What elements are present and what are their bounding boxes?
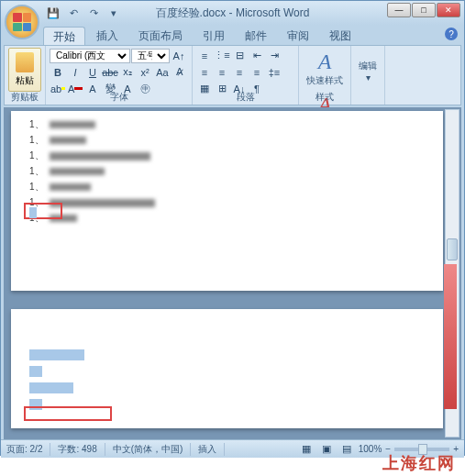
view-fullscreen-icon[interactable]: ▣ bbox=[318, 441, 335, 457]
quick-access-toolbar: 💾 ↶ ↷ ▾ bbox=[45, 5, 122, 21]
tab-insert[interactable]: 插入 bbox=[87, 27, 127, 45]
ribbon: 粘贴 剪贴板 Calibri (西文 五号 A↑ B I U abc x₂ x²… bbox=[4, 45, 461, 105]
ribbon-tabs: 开始 插入 页面布局 引用 邮件 审阅 视图 bbox=[43, 25, 464, 45]
office-button[interactable] bbox=[5, 5, 39, 39]
editing-label[interactable]: 编辑 bbox=[359, 60, 377, 72]
italic-button[interactable]: I bbox=[67, 64, 83, 80]
help-icon[interactable]: ? bbox=[445, 28, 458, 40]
status-words[interactable]: 字数: 498 bbox=[58, 443, 105, 456]
selected-text bbox=[29, 349, 84, 360]
list-item: 1、 bbox=[29, 149, 425, 162]
highlight-annotation-2 bbox=[24, 406, 112, 421]
tab-mail[interactable]: 邮件 bbox=[236, 27, 276, 45]
minimize-button[interactable]: — bbox=[387, 3, 411, 17]
redo-icon[interactable]: ↷ bbox=[85, 5, 102, 21]
group-paragraph: ≡ ⋮≡ ⊟ ⇤ ⇥ ≡ ≡ ≡ ≡ ‡≡ ▦ ⊞ A↓ ¶ 段落 bbox=[193, 46, 299, 105]
undo-icon[interactable]: ↶ bbox=[65, 5, 82, 21]
highlight-annotation-1 bbox=[24, 203, 62, 219]
window-controls: — □ ✕ bbox=[387, 3, 460, 17]
list-item: 1、 bbox=[29, 212, 425, 225]
numbering-button[interactable]: ⋮≡ bbox=[214, 48, 230, 63]
app-window: 💾 ↶ ↷ ▾ 百度经验.docx - Microsoft Word — □ ✕… bbox=[0, 0, 465, 456]
tab-review[interactable]: 审阅 bbox=[278, 27, 318, 45]
list-item: 1、 bbox=[29, 181, 425, 194]
zoom-slider[interactable] bbox=[394, 448, 449, 451]
document-area[interactable]: 1、 1、 1、 1、 1、 1、 1、 bbox=[4, 107, 461, 439]
selected-text bbox=[29, 382, 73, 393]
paragraph-group-label: 段落 bbox=[193, 91, 298, 104]
quick-styles-button[interactable]: A 快速样式 bbox=[306, 50, 343, 87]
indent-inc-button[interactable]: ⇥ bbox=[266, 48, 282, 63]
tab-layout[interactable]: 页面布局 bbox=[129, 27, 192, 45]
selection-mark bbox=[29, 207, 37, 218]
quick-styles-label: 快速样式 bbox=[306, 74, 343, 87]
view-print-layout-icon[interactable]: ▦ bbox=[298, 441, 315, 457]
office-logo-icon bbox=[13, 13, 31, 31]
close-button[interactable]: ✕ bbox=[437, 3, 460, 17]
status-language[interactable]: 中文(简体，中国) bbox=[113, 443, 192, 456]
paste-button[interactable]: 粘贴 bbox=[8, 48, 41, 92]
watermark: 上海红网 bbox=[382, 452, 456, 474]
list-item: 1、 bbox=[29, 134, 425, 147]
clear-format-button[interactable]: A̷ bbox=[172, 64, 188, 80]
bold-button[interactable]: B bbox=[50, 64, 66, 80]
grow-font-icon[interactable]: A↑ bbox=[171, 48, 187, 63]
line-spacing-button[interactable]: ‡≡ bbox=[266, 64, 282, 80]
window-title: 百度经验.docx - Microsoft Word bbox=[156, 6, 310, 21]
view-web-icon[interactable]: ▤ bbox=[338, 441, 355, 457]
tab-view[interactable]: 视图 bbox=[320, 27, 360, 45]
subscript-button[interactable]: x₂ bbox=[119, 64, 136, 80]
align-left-button[interactable]: ≡ bbox=[196, 64, 213, 80]
tab-home[interactable]: 开始 bbox=[43, 27, 85, 45]
paste-label: 粘贴 bbox=[16, 74, 34, 87]
group-editing: 编辑 ▾ bbox=[351, 46, 385, 105]
paste-icon bbox=[16, 52, 34, 72]
align-right-button[interactable]: ≡ bbox=[231, 64, 248, 80]
font-size-select[interactable]: 五号 bbox=[131, 49, 170, 63]
list-item: 1、 bbox=[29, 165, 425, 178]
list-item: 1、 bbox=[29, 196, 425, 209]
scrollbar-thumb[interactable] bbox=[447, 238, 458, 260]
font-group-label: 字体 bbox=[46, 91, 192, 104]
page-1[interactable]: 1、 1、 1、 1、 1、 1、 1、 bbox=[11, 111, 443, 291]
editing-dropdown-icon[interactable]: ▾ bbox=[366, 72, 371, 83]
align-center-button[interactable]: ≡ bbox=[214, 64, 230, 80]
vertical-scrollbar[interactable] bbox=[445, 109, 459, 437]
tab-references[interactable]: 引用 bbox=[194, 27, 234, 45]
page-2[interactable] bbox=[11, 309, 443, 428]
justify-button[interactable]: ≡ bbox=[249, 64, 265, 80]
strike-button[interactable]: abc bbox=[102, 64, 118, 80]
list-item: 1、 bbox=[29, 118, 425, 131]
styles-group-label: 样式 bbox=[299, 91, 350, 104]
zoom-level[interactable]: 100% bbox=[359, 444, 382, 454]
save-icon[interactable]: 💾 bbox=[45, 5, 61, 21]
group-clipboard: 粘贴 剪贴板 bbox=[5, 46, 46, 105]
selected-text bbox=[29, 366, 42, 377]
status-mode[interactable]: 插入 bbox=[198, 443, 225, 456]
bullets-button[interactable]: ≡ bbox=[196, 48, 213, 63]
qat-dropdown-icon[interactable]: ▾ bbox=[105, 5, 122, 21]
indent-dec-button[interactable]: ⇤ bbox=[249, 48, 265, 63]
group-font: Calibri (西文 五号 A↑ B I U abc x₂ x² Aa A̷ … bbox=[46, 46, 193, 105]
titlebar: 💾 ↶ ↷ ▾ 百度经验.docx - Microsoft Word — □ ✕ bbox=[1, 1, 464, 25]
group-styles: A 快速样式 A 更改样式 样式 bbox=[299, 46, 351, 105]
quick-styles-icon: A bbox=[318, 50, 332, 74]
underline-button[interactable]: U bbox=[84, 64, 101, 80]
change-case-button[interactable]: Aa bbox=[154, 64, 171, 80]
multilevel-button[interactable]: ⊟ bbox=[231, 48, 248, 63]
superscript-button[interactable]: x² bbox=[137, 64, 153, 80]
status-page[interactable]: 页面: 2/2 bbox=[6, 443, 50, 456]
font-family-select[interactable]: Calibri (西文 bbox=[50, 49, 130, 63]
scroll-annotation-arrow bbox=[444, 264, 457, 409]
maximize-button[interactable]: □ bbox=[412, 3, 436, 17]
clipboard-group-label: 剪贴板 bbox=[5, 91, 45, 104]
